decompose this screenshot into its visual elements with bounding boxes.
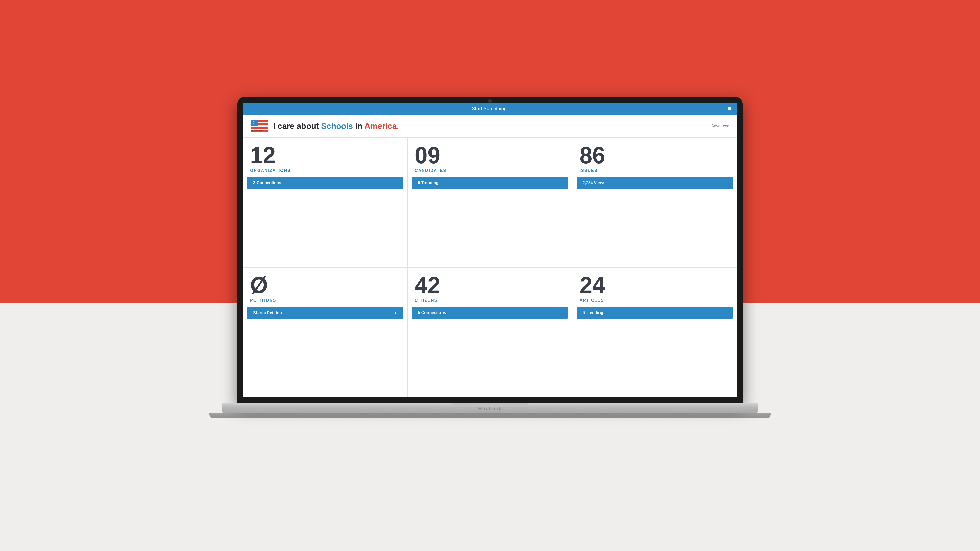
webcam bbox=[488, 100, 492, 103]
cell-button-2[interactable]: 2,754 Views bbox=[576, 177, 733, 189]
cell-label-2: ISSUES bbox=[573, 167, 737, 177]
cell-button-4[interactable]: 5 Connections bbox=[412, 307, 568, 319]
cell-button-label-2: 2,754 Views bbox=[583, 181, 606, 185]
cell-button-label-3: Start a Petition bbox=[253, 311, 282, 315]
grid-cell-candidates: 09CANDIDATES5 Trending bbox=[407, 138, 572, 268]
logo: ★★★ ★★ DEMOCRACY bbox=[251, 120, 268, 132]
top-bar: Start Something. ≡ bbox=[243, 103, 737, 115]
svg-text:DEMOCRACY: DEMOCRACY bbox=[251, 129, 263, 131]
laptop-mockup: Start Something. ≡ bbox=[209, 97, 771, 454]
cell-number-0: 12 bbox=[243, 138, 407, 167]
top-bar-title: Start Something. bbox=[410, 106, 570, 111]
cell-number-1: 09 bbox=[407, 138, 572, 167]
cell-label-0: ORGANIZATIONS bbox=[243, 167, 407, 177]
laptop-base: Macbook bbox=[222, 403, 758, 413]
tagline-prefix: I care about bbox=[273, 121, 321, 130]
stats-grid: 12ORGANIZATIONS3 Connections09CANDIDATES… bbox=[243, 138, 737, 397]
cell-label-4: CITIZENS bbox=[407, 297, 572, 307]
tagline-schools: Schools bbox=[321, 121, 353, 130]
laptop-brand: Macbook bbox=[478, 406, 502, 411]
cell-button-3[interactable]: Start a Petition+ bbox=[247, 307, 403, 319]
cell-button-1[interactable]: 5 Trending bbox=[412, 177, 568, 189]
cell-button-label-1: 5 Trending bbox=[418, 181, 438, 185]
grid-cell-petitions: ØPETITIONSStart a Petition+ bbox=[243, 268, 407, 398]
grid-cell-organizations: 12ORGANIZATIONS3 Connections bbox=[243, 138, 407, 268]
svg-rect-5 bbox=[251, 120, 258, 126]
plus-icon: + bbox=[394, 310, 397, 316]
cell-button-0[interactable]: 3 Connections bbox=[247, 177, 403, 189]
cell-number-3: Ø bbox=[243, 268, 407, 297]
grid-cell-articles: 24ARTICLES6 Trending bbox=[573, 268, 737, 398]
svg-text:★★: ★★ bbox=[251, 123, 254, 125]
laptop-screen: Start Something. ≡ bbox=[237, 97, 743, 403]
hamburger-icon[interactable]: ≡ bbox=[728, 105, 731, 112]
advanced-link[interactable]: Advanced bbox=[711, 124, 729, 128]
cell-label-1: CANDIDATES bbox=[407, 167, 572, 177]
svg-text:★★★: ★★★ bbox=[251, 121, 256, 123]
header-area: ★★★ ★★ DEMOCRACY I care about Schools in… bbox=[243, 115, 737, 138]
tagline-america: America. bbox=[364, 121, 399, 130]
grid-cell-issues: 86ISSUES2,754 Views bbox=[573, 138, 737, 268]
grid-cell-citizens: 42CITIZENS5 Connections bbox=[407, 268, 572, 398]
cell-button-label-0: 3 Connections bbox=[253, 181, 281, 185]
cell-label-3: PETITIONS bbox=[243, 297, 407, 307]
cell-number-2: 86 bbox=[573, 138, 737, 167]
cell-label-5: ARTICLES bbox=[573, 297, 737, 307]
tagline-middle: in bbox=[353, 121, 364, 130]
screen-content: Start Something. ≡ bbox=[243, 103, 737, 397]
cell-number-5: 24 bbox=[573, 268, 737, 297]
cell-button-5[interactable]: 6 Trending bbox=[576, 307, 733, 319]
header-tagline: I care about Schools in America. bbox=[273, 121, 711, 131]
laptop-feet bbox=[209, 413, 771, 418]
svg-rect-3 bbox=[251, 127, 268, 129]
cell-number-4: 42 bbox=[407, 268, 572, 297]
cell-button-label-5: 6 Trending bbox=[583, 310, 603, 315]
cell-button-label-4: 5 Connections bbox=[418, 310, 446, 315]
